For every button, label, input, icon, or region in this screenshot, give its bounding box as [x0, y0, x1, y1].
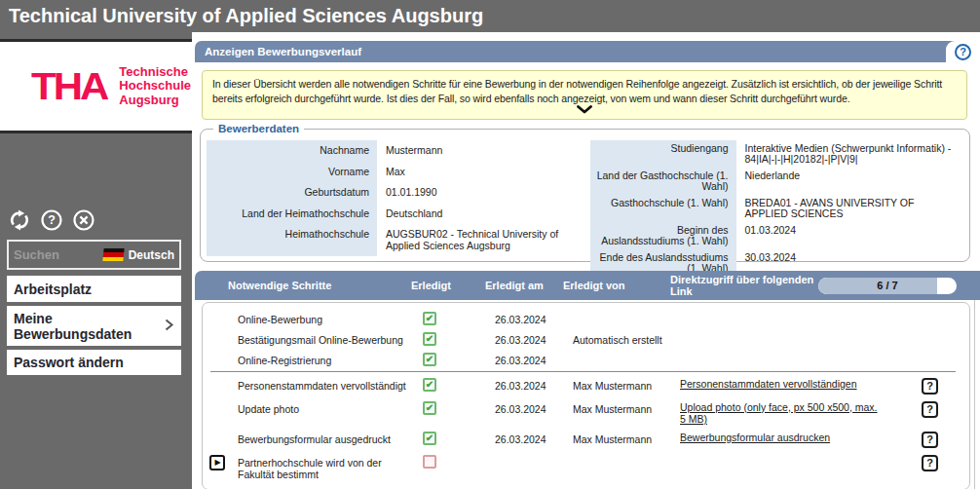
field-value: Max	[377, 162, 581, 183]
steps-table-body: Online-Bewerbung✔26.03.2024Bestätigungsm…	[202, 302, 970, 489]
column-header-erledigt: Erledigt	[411, 280, 485, 291]
sidebar-item-passwort-aendern[interactable]: Passwort ändern	[7, 350, 181, 375]
field-value: Mustermann	[377, 140, 581, 162]
step-action-link[interactable]: Personenstammdaten vervollständigen	[680, 378, 857, 390]
menu-label: Arbeitsplatz	[14, 282, 92, 297]
search-placeholder: Suchen	[14, 247, 103, 262]
step-checkbox-checked[interactable]: ✔	[423, 401, 436, 415]
field-value: 01.03.2024	[736, 222, 964, 249]
step-checkbox-checked[interactable]: ✔	[423, 378, 436, 392]
field-value: Deutschland	[377, 204, 581, 225]
search-input[interactable]: Suchen Deutsch	[7, 240, 181, 270]
menu-label: Meine Bewerbungsdaten	[14, 311, 138, 342]
step-by: Max Mustermann	[573, 432, 680, 445]
step-date: 26.03.2024	[495, 353, 573, 366]
field-label: Gasthochschule (1. Wahl)	[590, 195, 736, 222]
step-name: Personenstammdaten vervollständigt	[238, 378, 421, 392]
field-label: Land der Heimathochschule	[207, 204, 377, 225]
header-help-corner: ?	[946, 41, 980, 62]
step-by: Max Mustermann	[573, 401, 680, 415]
field-label: Land der Gasthochschule (1. Wahl)	[590, 168, 736, 195]
step-checkbox-checked[interactable]: ✔	[423, 332, 436, 346]
field-label: Heimathochschule	[207, 224, 377, 256]
progress-bar: 6 / 7	[818, 278, 957, 294]
main-content: Anzeigen Bewerbungsverlauf ? In dieser Ü…	[192, 32, 980, 489]
step-help-button[interactable]: ?	[922, 401, 938, 418]
field-value: 01.01.1990	[377, 182, 581, 204]
step-action-link[interactable]: Upload photo (only face, px 500 x500, ma…	[680, 401, 878, 425]
column-header-erledigt-am: Erledigt am	[485, 280, 563, 291]
page-title: Technical University of Applied Sciences…	[0, 0, 980, 32]
field-value: Niederlande	[736, 168, 964, 195]
university-logo: THA Technische Hochschule Augsburg	[0, 39, 192, 133]
logo-line: Hochschule	[119, 79, 191, 94]
step-checkbox-checked[interactable]: ✔	[423, 312, 436, 325]
step-action-link[interactable]: Bewerbungsformular ausdrucken	[680, 432, 830, 443]
content-header-title: Anzeigen Bewerbungsverlauf	[205, 46, 361, 57]
chevron-right-icon	[164, 318, 174, 335]
bewerberdaten-legend: Bewerberdaten	[213, 123, 304, 134]
step-name: Partnerhochschule wird von der Fakultät …	[238, 455, 421, 480]
step-by	[573, 353, 680, 355]
step-help-button[interactable]: ?	[922, 378, 938, 395]
page-help-icon[interactable]: ?	[955, 44, 971, 60]
sidebar-toolbar: ?	[8, 208, 95, 232]
step-by	[573, 455, 680, 457]
menu-label: Passwort ändern	[14, 355, 124, 370]
step-date: 26.03.2024	[495, 312, 573, 325]
content-header: Anzeigen Bewerbungsverlauf ?	[195, 41, 980, 62]
step-name: Bewerbungsformular ausgedruckt	[238, 432, 421, 445]
step-row: Online-Registrierung✔26.03.2024	[203, 349, 969, 369]
help-icon[interactable]: ?	[40, 208, 63, 232]
step-row: Online-Bewerbung✔26.03.2024	[203, 308, 969, 328]
bewerberdaten-right-column: StudiengangInteraktive Medien (Schwerpun…	[590, 140, 964, 277]
step-row: ▶Partnerhochschule wird von der Fakultät…	[203, 451, 969, 483]
step-row: Update photo✔26.03.2024Max MustermannUpl…	[203, 397, 969, 428]
step-name: Bestätigungsmail Online-Bewerbung	[238, 332, 421, 346]
refresh-icon[interactable]	[8, 208, 31, 232]
field-label: Vorname	[207, 162, 377, 183]
step-date: 26.03.2024	[495, 332, 573, 346]
close-icon[interactable]	[72, 208, 95, 232]
column-header-direktzugriff: Direktzugriff über folgenden Link	[670, 274, 818, 297]
logo-line: Augsburg	[119, 94, 191, 108]
step-by	[573, 312, 680, 314]
column-header-erledigt-von: Erledigt von	[563, 280, 670, 291]
sidebar-item-meine-bewerbungsdaten[interactable]: Meine Bewerbungsdaten	[7, 306, 181, 346]
step-name: Online-Registrierung	[238, 353, 421, 366]
step-checkbox-unchecked[interactable]	[423, 455, 436, 469]
step-help-button[interactable]: ?	[922, 432, 938, 448]
german-flag-icon[interactable]	[102, 248, 124, 261]
svg-text:?: ?	[48, 213, 56, 227]
step-by: Max Mustermann	[573, 378, 680, 392]
column-header-schritte: Notwendige Schritte	[228, 280, 411, 291]
language-label[interactable]: Deutsch	[129, 248, 174, 262]
tha-logo-text: Technische Hochschule Augsburg	[119, 65, 191, 108]
sidebar-item-arbeitsplatz[interactable]: Arbeitsplatz	[7, 276, 181, 302]
step-row: Bestätigungsmail Online-Bewerbung✔26.03.…	[203, 328, 969, 349]
bewerberdaten-left-column: NachnameMustermannVornameMaxGeburtsdatum…	[207, 140, 581, 277]
content-right-edge	[974, 300, 975, 489]
info-box: In dieser Übersicht werden alle notwendi…	[202, 70, 967, 120]
tha-logo-mark: THA	[31, 64, 106, 107]
step-help-button[interactable]: ?	[922, 455, 938, 471]
step-date: 26.03.2024	[495, 401, 573, 415]
field-label: Geburtsdatum	[207, 182, 377, 204]
step-by: Automatisch erstellt	[573, 332, 680, 346]
field-label: Beginn des Auslandsstudiums (1. Wahl)	[590, 222, 736, 249]
field-label: Studiengang	[590, 140, 736, 168]
field-value: BREDA01 - AVANS UNIVERSITY OF APPLIED SC…	[736, 195, 964, 222]
field-value: AUGSBUR02 - Technical University of Appl…	[377, 224, 581, 256]
progress-label: 6 / 7	[818, 278, 957, 294]
step-checkbox-checked[interactable]: ✔	[423, 353, 436, 366]
sidebar: THA Technische Hochschule Augsburg ?	[0, 32, 192, 489]
step-date: 26.03.2024	[495, 378, 573, 392]
play-step-button[interactable]: ▶	[209, 455, 225, 470]
step-row: Personenstammdaten vervollständigt✔26.03…	[203, 374, 969, 397]
row-group-divider	[210, 371, 956, 372]
collapse-chevron-icon[interactable]	[577, 103, 593, 118]
step-date	[495, 455, 573, 457]
bewerberdaten-panel: Bewerberdaten NachnameMustermannVornameM…	[200, 129, 970, 262]
step-checkbox-checked[interactable]: ✔	[423, 432, 436, 445]
step-name: Update photo	[238, 401, 421, 415]
